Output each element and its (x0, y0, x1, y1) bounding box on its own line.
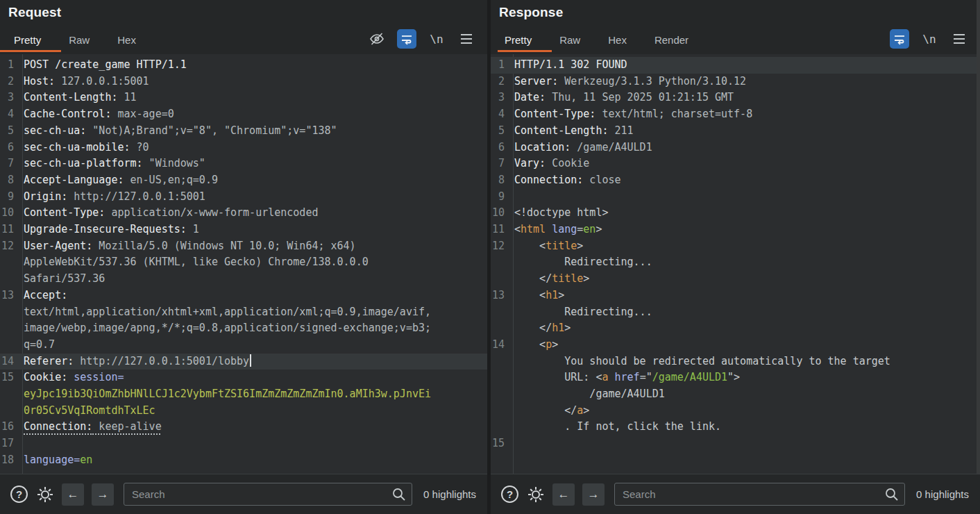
request-editor[interactable]: 1POST /create_game HTTP/1.12Host: 127.0.… (0, 54, 487, 474)
code-text: text/html,application/xhtml+xml,applicat… (18, 304, 431, 321)
code-line[interactable]: 11<html lang=en> (491, 222, 980, 238)
code-text: . If not, click the link. (509, 419, 721, 436)
line-number: 10 (491, 205, 509, 222)
tab-render[interactable]: Render (652, 28, 691, 51)
tab-hex[interactable]: Hex (605, 28, 630, 51)
line-number: 11 (0, 222, 18, 238)
code-line[interactable]: 10Content-Type: application/x-www-form-u… (0, 205, 487, 222)
code-line[interactable]: 12User-Agent: Mozilla/5.0 (Windows NT 10… (0, 238, 487, 255)
code-line[interactable]: 7Vary: Cookie (491, 156, 980, 172)
line-number: 15 (0, 370, 18, 386)
line-number: 7 (0, 156, 18, 172)
scrollbar-track[interactable] (977, 0, 980, 474)
eye-off-icon[interactable] (367, 29, 387, 49)
code-text: /game/A4ULD1 (509, 386, 665, 403)
code-line[interactable]: 14Referer: http://127.0.0.1:5001/lobby (0, 354, 487, 370)
code-line[interactable]: 9 (491, 189, 980, 206)
code-line[interactable]: 14 <p> (491, 337, 980, 354)
code-text (509, 436, 514, 452)
code-line[interactable]: 3Content-Length: 11 (0, 90, 487, 106)
code-line[interactable]: 13 <h1> (491, 288, 980, 304)
newline-icon[interactable]: \n (427, 29, 446, 49)
code-line[interactable]: image/webp,image/apng,*/*;q=0.8,applicat… (0, 320, 487, 337)
tab-raw[interactable]: Raw (557, 28, 583, 51)
code-line[interactable]: 6sec-ch-ua-mobile: ?0 (0, 140, 487, 156)
menu-icon[interactable] (949, 29, 969, 49)
search-next-button[interactable]: → (92, 483, 114, 506)
code-text (509, 189, 514, 206)
code-line[interactable]: 2Server: Werkzeug/3.1.3 Python/3.10.12 (491, 74, 980, 90)
code-text: sec-ch-ua: "Not)A;Brand";v="8", "Chromiu… (18, 123, 337, 140)
tab-pretty[interactable]: Pretty (502, 28, 534, 51)
settings-gear-icon[interactable] (35, 485, 55, 504)
code-line[interactable]: 15Cookie: session= (0, 370, 487, 386)
code-line[interactable]: 13Accept: (0, 288, 487, 304)
code-line[interactable]: 8Accept-Language: en-US,en;q=0.9 (0, 172, 487, 189)
code-text: </h1> (509, 320, 571, 337)
search-prev-button[interactable]: ← (62, 483, 84, 506)
code-line[interactable]: 6Location: /game/A4ULD1 (491, 140, 980, 156)
code-line[interactable]: 15 (491, 436, 980, 452)
code-line[interactable]: URL: <a href="/game/A4ULD1"> (491, 370, 980, 386)
word-wrap-icon[interactable] (397, 29, 416, 49)
code-text: Content-Length: 211 (509, 123, 634, 140)
code-line[interactable]: q=0.7 (0, 337, 487, 354)
code-line[interactable]: AppleWebKit/537.36 (KHTML, like Gecko) C… (0, 254, 487, 271)
code-text: sec-ch-ua-platform: "Windows" (18, 156, 205, 172)
tab-raw[interactable]: Raw (66, 28, 92, 51)
code-line[interactable]: 11Upgrade-Insecure-Requests: 1 (0, 222, 487, 238)
code-text: Cache-Control: max-age=0 (18, 106, 174, 123)
code-line[interactable]: 16Connection: keep-alive (0, 419, 487, 436)
code-line[interactable]: 5sec-ch-ua: "Not)A;Brand";v="8", "Chromi… (0, 123, 487, 140)
code-text: Accept-Language: en-US,en;q=0.9 (18, 172, 218, 189)
line-number (491, 354, 509, 370)
search-input[interactable] (124, 483, 412, 506)
code-line[interactable]: /game/A4ULD1 (491, 386, 980, 403)
settings-gear-icon[interactable] (526, 485, 546, 504)
code-line[interactable]: 18language=en (0, 452, 487, 469)
code-line[interactable]: 4Content-Type: text/html; charset=utf-8 (491, 106, 980, 123)
code-line[interactable]: 4Cache-Control: max-age=0 (0, 106, 487, 123)
svg-text:?: ? (507, 488, 513, 500)
tab-pretty[interactable]: Pretty (11, 28, 44, 51)
code-line[interactable]: 12 <title> (491, 238, 980, 255)
code-line[interactable]: eyJpc19ib3QiOmZhbHNlLCJ1c2VybmFtZSI6ImZm… (0, 386, 487, 403)
code-line[interactable]: Safari/537.36 (0, 271, 487, 288)
newline-icon[interactable]: \n (920, 29, 939, 49)
code-line[interactable]: Redirecting... (491, 304, 980, 321)
code-line[interactable]: 17 (0, 436, 487, 452)
code-text: <p> (509, 337, 558, 354)
code-line[interactable]: 1HTTP/1.1 302 FOUND (491, 57, 980, 74)
code-line[interactable]: 1POST /create_game HTTP/1.1 (0, 57, 487, 74)
response-editor[interactable]: 1HTTP/1.1 302 FOUND2Server: Werkzeug/3.1… (491, 54, 980, 474)
code-line[interactable]: 9Origin: http://127.0.0.1:5001 (0, 189, 487, 206)
search-next-button[interactable]: → (582, 483, 605, 506)
search-input[interactable] (614, 483, 905, 506)
code-line[interactable]: </a> (491, 403, 980, 420)
help-icon[interactable]: ? (10, 485, 28, 504)
code-text: Location: /game/A4ULD1 (509, 140, 652, 156)
code-line[interactable]: 7sec-ch-ua-platform: "Windows" (0, 156, 487, 172)
word-wrap-icon[interactable] (890, 29, 909, 49)
code-line[interactable]: Redirecting... (491, 254, 980, 271)
line-number: 2 (0, 74, 18, 90)
code-line[interactable]: 0r05Cv5VqIRomtdhTxLEc (0, 403, 487, 420)
code-line[interactable]: 8Connection: close (491, 172, 980, 189)
code-line[interactable]: </h1> (491, 320, 980, 337)
code-line[interactable]: 5Content-Length: 211 (491, 123, 980, 140)
code-line[interactable]: text/html,application/xhtml+xml,applicat… (0, 304, 487, 321)
line-number (0, 320, 18, 337)
request-header: Request Pretty Raw Hex (0, 0, 487, 54)
code-line[interactable]: </title> (491, 271, 980, 288)
code-text: Date: Thu, 11 Sep 2025 01:21:15 GMT (509, 90, 734, 106)
menu-icon[interactable] (457, 29, 476, 49)
line-number: 7 (491, 156, 509, 172)
code-line[interactable]: . If not, click the link. (491, 419, 980, 436)
code-line[interactable]: 2Host: 127.0.0.1:5001 (0, 74, 487, 90)
help-icon[interactable]: ? (500, 485, 519, 504)
code-line[interactable]: 10<!doctype html> (491, 205, 980, 222)
code-line[interactable]: 3Date: Thu, 11 Sep 2025 01:21:15 GMT (491, 90, 980, 106)
tab-hex[interactable]: Hex (115, 28, 139, 51)
code-line[interactable]: You should be redirected automatically t… (491, 354, 980, 370)
search-prev-button[interactable]: ← (552, 483, 575, 506)
